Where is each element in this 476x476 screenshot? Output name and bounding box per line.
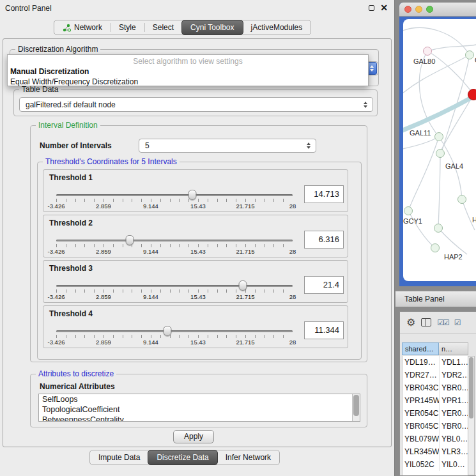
cell-shared-name[interactable]: YPR145W	[403, 394, 440, 407]
threshold-1-slider-thumb[interactable]	[188, 190, 197, 200]
network-node[interactable]	[434, 132, 443, 141]
cell-name[interactable]: YIL0…	[440, 458, 468, 471]
threshold-1-slider[interactable]: -3.4262.8599.14415.4321.71528	[56, 189, 293, 211]
threshold-2-value[interactable]: 6.316	[304, 231, 344, 249]
traffic-close-icon[interactable]	[404, 6, 411, 13]
column-header-shared-name[interactable]: shared…	[402, 342, 439, 355]
threshold-4-value[interactable]: 11.344	[304, 321, 344, 339]
threshold-2-slider-thumb[interactable]	[125, 235, 134, 245]
scrollbar-thumb[interactable]	[353, 395, 359, 416]
tab-impute-data[interactable]: Impute Data	[90, 450, 148, 464]
threshold-4-slider-thumb[interactable]	[163, 326, 171, 336]
table-row[interactable]: YBR045CYBR0…	[403, 420, 468, 433]
combo-stepper-icon[interactable]	[360, 98, 370, 111]
cell-shared-name[interactable]: YDR27…	[403, 369, 440, 381]
columns-icon[interactable]	[421, 318, 431, 326]
threshold-3-panel: Threshold 3 -3.4262.8599.14415.4321.7152…	[43, 260, 348, 303]
network-window-titlebar	[399, 3, 476, 17]
combo-stepper-icon[interactable]	[303, 139, 313, 152]
cell-shared-name[interactable]: YLR345W	[403, 445, 440, 458]
tab-network[interactable]: Network	[54, 20, 111, 35]
cell-shared-name[interactable]: YBL079W	[403, 433, 440, 445]
scrollbar-thumb[interactable]	[469, 357, 473, 418]
network-node[interactable]	[423, 47, 432, 56]
threshold-label: Threshold 2	[49, 219, 93, 227]
window-float-icon[interactable]	[369, 5, 374, 11]
apply-button[interactable]: Apply	[173, 430, 214, 443]
table-row[interactable]: YBR043CYBR0…	[403, 381, 468, 394]
network-node[interactable]	[457, 195, 466, 204]
gear-icon[interactable]: ⚙	[406, 318, 415, 328]
traffic-zoom-icon[interactable]	[426, 6, 433, 13]
table-scrollbar[interactable]	[468, 356, 475, 475]
table-row[interactable]: YPR145WYPR1…	[403, 394, 468, 407]
tab-jactivemodules[interactable]: jActiveModules	[243, 20, 311, 35]
dropdown-option-manual[interactable]: Manual Discretization	[8, 66, 368, 77]
slider-scale-label: 15.43	[190, 339, 206, 346]
cell-shared-name[interactable]: YIL052C	[403, 458, 440, 471]
table-row[interactable]: YER054CYER0…	[403, 407, 468, 420]
attribute-list-item[interactable]: SelfLoops	[39, 394, 360, 404]
slider-scale-label: 21.715	[236, 203, 254, 210]
column-header-name[interactable]: n…	[439, 342, 468, 355]
table-row[interactable]: YLR345WYLR3…	[403, 445, 468, 458]
slider-scale-label: 28	[289, 203, 296, 210]
dropdown-option-equal-width[interactable]: Equal Width/Frequency Discretization	[8, 77, 368, 87]
list-scrollbar[interactable]	[352, 394, 360, 421]
network-node[interactable]	[404, 206, 413, 215]
num-intervals-combo[interactable]: 5	[139, 139, 316, 153]
threshold-2-slider[interactable]: -3.4262.8599.14415.4321.71528	[56, 234, 293, 256]
cell-shared-name[interactable]: YER054C	[403, 407, 440, 420]
network-node[interactable]	[434, 224, 443, 233]
cell-shared-name[interactable]: YBR043C	[403, 381, 440, 394]
attribute-list-item[interactable]: BetweennessCentrality	[39, 415, 360, 422]
network-node[interactable]	[468, 89, 476, 100]
select-all-checkbox-icon[interactable]: ☑☑	[437, 318, 449, 327]
threshold-1-value[interactable]: 14.713	[304, 185, 344, 203]
network-node[interactable]	[431, 243, 440, 252]
table-row[interactable]: YBL079WYBL0…	[403, 433, 468, 445]
num-intervals-value: 5	[145, 141, 150, 150]
threshold-3-value[interactable]: 21.4	[304, 276, 344, 294]
threshold-3-slider-thumb[interactable]	[239, 280, 247, 291]
network-icon	[63, 24, 71, 32]
window-close-icon[interactable]: ✕	[380, 4, 388, 11]
table-data-combo[interactable]: galFiltered.sif default node	[19, 97, 373, 112]
table-row[interactable]: YDR27…YDR2…	[403, 369, 468, 381]
network-node[interactable]	[436, 149, 445, 158]
cell-name[interactable]: YBR0…	[440, 420, 468, 433]
slider-scale-label: 9.144	[143, 293, 158, 300]
thresholds-group-title: Threshold's Coordinates for 5 Intervals	[43, 157, 180, 166]
numerical-attributes-label: Numerical Attributes	[40, 382, 115, 391]
tab-infer-network[interactable]: Infer Network	[217, 450, 279, 464]
cell-name[interactable]: YLR3…	[440, 445, 468, 458]
table-panel-header[interactable]: Table Panel	[395, 291, 476, 307]
threshold-3-slider[interactable]: -3.4262.8599.14415.4321.71528	[56, 280, 293, 302]
threshold-4-slider[interactable]: -3.4262.8599.14415.4321.71528	[56, 325, 293, 347]
cell-shared-name[interactable]: YDL19…	[403, 356, 440, 369]
slider-scale-label: 15.43	[190, 248, 206, 255]
slider-track[interactable]	[56, 240, 293, 242]
tab-select[interactable]: Select	[144, 20, 182, 35]
cell-name[interactable]: YDR2…	[440, 369, 468, 381]
network-node[interactable]	[465, 50, 474, 59]
attribute-list-item[interactable]: TopologicalCoefficient	[39, 404, 360, 415]
algorithm-group-title: Discretization Algorithm	[15, 45, 100, 54]
table-row[interactable]: YIL052CYIL0…	[403, 458, 468, 471]
select-none-checkbox-icon[interactable]: ☑	[454, 318, 460, 327]
cell-name[interactable]: YBL0…	[440, 433, 468, 445]
tab-cyni-toolbox[interactable]: Cyni Toolbox	[181, 20, 243, 35]
table-row[interactable]: YDL19…YDL1…	[403, 356, 468, 369]
cell-name[interactable]: YER0…	[440, 407, 468, 420]
tab-style[interactable]: Style	[111, 20, 144, 35]
slider-track[interactable]	[56, 285, 293, 287]
slider-track[interactable]	[56, 194, 293, 196]
cell-name[interactable]: YDL1…	[440, 356, 468, 369]
cell-name[interactable]: YBR0…	[440, 381, 468, 394]
slider-track[interactable]	[56, 330, 293, 332]
threshold-label: Threshold 4	[49, 309, 93, 318]
cell-name[interactable]: YPR1…	[440, 394, 468, 407]
traffic-minimize-icon[interactable]	[415, 6, 422, 13]
tab-discretize-data[interactable]: Discretize Data	[148, 450, 217, 465]
cell-shared-name[interactable]: YBR045C	[403, 420, 440, 433]
